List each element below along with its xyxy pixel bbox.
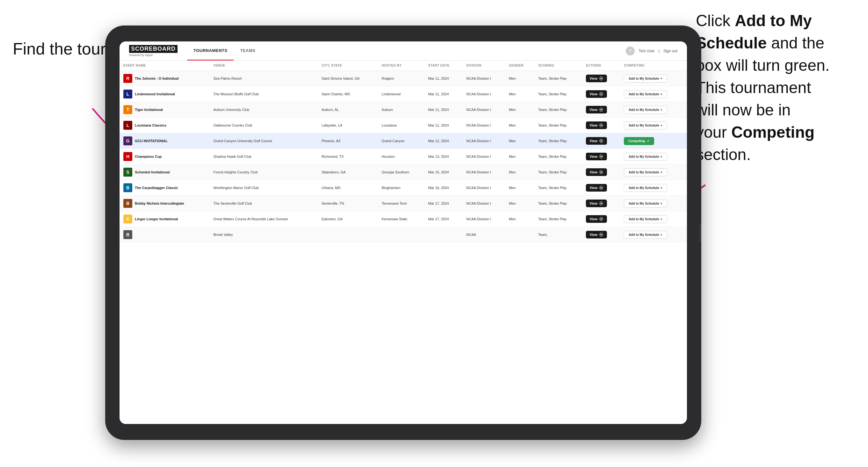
tab-tournaments[interactable]: TOURNAMENTS	[187, 41, 234, 61]
play-icon: ▶	[599, 217, 603, 221]
view-button[interactable]: View ▶	[586, 215, 607, 223]
play-icon: ▶	[599, 201, 603, 205]
view-label: View	[590, 186, 598, 190]
view-button[interactable]: View ▶	[586, 74, 607, 82]
division-cell: NCAA Division I	[463, 102, 505, 118]
nav-bar: SCOREBOARD Powered by clippd TOURNAMENTS…	[120, 41, 687, 61]
start-date-cell: Mar 13, 2024	[424, 149, 463, 164]
competing-button[interactable]: Competing ✓	[624, 137, 654, 145]
add-schedule-label: Add to My Schedule	[629, 92, 659, 96]
team-logo: T	[123, 105, 132, 114]
plus-icon: +	[660, 202, 662, 205]
scoring-cell: Team, Stroke Play	[534, 180, 582, 196]
city-state-cell: Saint Simons Island, GA	[318, 71, 378, 86]
start-date-cell: Mar 11, 2024	[424, 118, 463, 133]
add-to-schedule-button[interactable]: Add to My Schedule +	[624, 199, 667, 208]
division-cell: NCAA	[463, 227, 505, 243]
add-to-schedule-button[interactable]: Add to My Schedule +	[624, 168, 667, 176]
view-button[interactable]: View ▶	[586, 231, 607, 239]
scoring-cell: Team, Stroke Play	[534, 133, 582, 149]
table-row: L Louisiana Classics Oakbourne Country C…	[120, 118, 687, 133]
event-name: The Johnnie - O Individual	[135, 76, 179, 80]
tab-teams[interactable]: TEAMS	[234, 41, 262, 61]
view-button[interactable]: View ▶	[586, 90, 607, 98]
event-name-cell: L Louisiana Classics	[120, 118, 210, 133]
competing-cell: Add to My Schedule +	[620, 180, 687, 196]
view-button[interactable]: View ▶	[586, 137, 607, 145]
team-logo: S	[123, 168, 132, 177]
add-to-schedule-button[interactable]: Add to My Schedule +	[624, 121, 667, 129]
col-scoring: SCORING	[534, 61, 582, 71]
scoring-cell: Team,	[534, 227, 582, 243]
competing-cell: Add to My Schedule +	[620, 227, 687, 243]
check-icon: ✓	[647, 139, 650, 143]
event-name-cell: K Linger Longer Invitational	[120, 211, 210, 227]
col-division: DIVISION	[463, 61, 505, 71]
team-logo: B	[123, 199, 132, 208]
table-row: K Linger Longer Invitational Great Water…	[120, 211, 687, 227]
venue-cell: Brook Valley	[210, 227, 318, 243]
table-header-row: EVENT NAME VENUE CITY, STATE HOSTED BY S…	[120, 61, 687, 71]
event-name-cell: B The Carpetbagger Classic	[120, 180, 210, 196]
team-logo: R	[123, 74, 132, 83]
table-row: B Brook Valley NCAA Team, View ▶ Add to …	[120, 227, 687, 243]
event-name-cell: G GCU INVITATIONAL	[120, 133, 210, 149]
col-actions: ACTIONS	[582, 61, 620, 71]
start-date-cell: Mar 17, 2024	[424, 211, 463, 227]
event-name: The Carpetbagger Classic	[135, 186, 178, 190]
team-logo: L	[123, 90, 132, 98]
city-state-cell: Phoenix, AZ	[318, 133, 378, 149]
play-icon: ▶	[599, 92, 603, 96]
event-name-cell: R The Johnnie - O Individual	[120, 71, 210, 86]
venue-cell: The Sevierville Golf Club	[210, 196, 318, 211]
actions-cell: View ▶	[582, 149, 620, 164]
view-button[interactable]: View ▶	[586, 168, 607, 176]
event-name: Schenkel Invitational	[135, 170, 169, 174]
plus-icon: +	[660, 77, 662, 80]
nav-user: T Test User | Sign out	[626, 46, 677, 56]
plus-icon: +	[660, 217, 662, 221]
add-to-schedule-button[interactable]: Add to My Schedule +	[624, 215, 667, 223]
scoring-cell: Team, Stroke Play	[534, 149, 582, 164]
view-label: View	[590, 217, 598, 221]
event-name-cell: S Schenkel Invitational	[120, 164, 210, 180]
gender-cell: Men	[505, 196, 534, 211]
table-body: R The Johnnie - O Individual Sea Palms R…	[120, 71, 687, 243]
scoring-cell: Team, Stroke Play	[534, 196, 582, 211]
competing-cell: Add to My Schedule +	[620, 86, 687, 102]
view-button[interactable]: View ▶	[586, 121, 607, 129]
view-button[interactable]: View ▶	[586, 184, 607, 192]
plus-icon: +	[660, 155, 662, 158]
team-logo: H	[123, 152, 132, 161]
col-venue: VENUE	[210, 61, 318, 71]
gender-cell: Men	[505, 86, 534, 102]
view-button[interactable]: View ▶	[586, 153, 607, 160]
city-state-cell: Statesboro, GA	[318, 164, 378, 180]
sign-out-link[interactable]: Sign out	[663, 49, 677, 53]
division-cell: NCAA Division I	[463, 196, 505, 211]
add-to-schedule-button[interactable]: Add to My Schedule +	[624, 184, 667, 192]
add-to-schedule-button[interactable]: Add to My Schedule +	[624, 106, 667, 114]
view-label: View	[590, 233, 598, 237]
table-container: EVENT NAME VENUE CITY, STATE HOSTED BY S…	[120, 61, 687, 424]
add-to-schedule-button[interactable]: Add to My Schedule +	[624, 153, 667, 161]
add-schedule-label: Add to My Schedule	[629, 186, 659, 190]
city-state-cell: Auburn, AL	[318, 102, 378, 118]
plus-icon: +	[660, 92, 662, 96]
view-button[interactable]: View ▶	[586, 199, 607, 207]
city-state-cell: Sevierville, TN	[318, 196, 378, 211]
city-state-cell: Richmond, TX	[318, 149, 378, 164]
add-to-schedule-button[interactable]: Add to My Schedule +	[624, 74, 667, 83]
add-to-schedule-button[interactable]: Add to My Schedule +	[624, 231, 667, 239]
tablet-screen: SCOREBOARD Powered by clippd TOURNAMENTS…	[120, 41, 687, 424]
add-schedule-label: Add to My Schedule	[629, 170, 659, 174]
venue-cell: The Missouri Bluffs Golf Club	[210, 86, 318, 102]
view-button[interactable]: View ▶	[586, 106, 607, 114]
gender-cell: Men	[505, 149, 534, 164]
col-start-date: START DATE	[424, 61, 463, 71]
gender-cell: Men	[505, 71, 534, 86]
plus-icon: +	[660, 233, 662, 237]
tournaments-table: EVENT NAME VENUE CITY, STATE HOSTED BY S…	[120, 61, 687, 243]
add-to-schedule-button[interactable]: Add to My Schedule +	[624, 90, 667, 98]
event-name-cell: H Champions Cup	[120, 149, 210, 164]
